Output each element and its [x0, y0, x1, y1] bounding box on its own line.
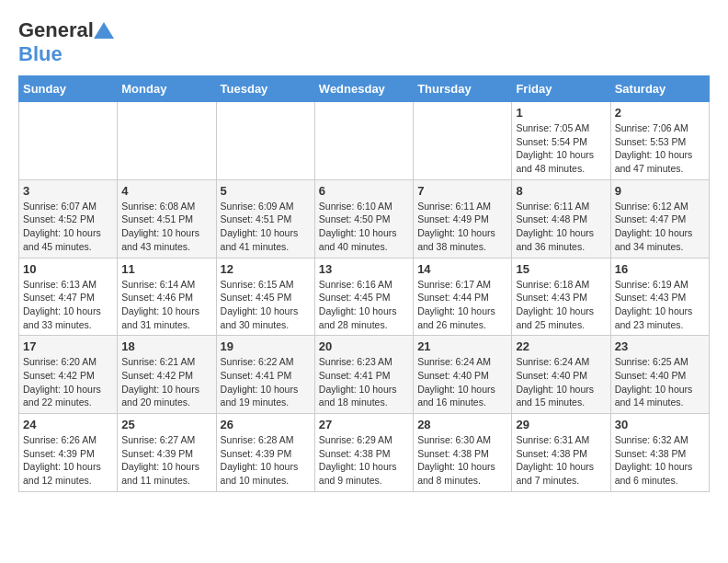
calendar-day: 2Sunrise: 7:06 AM Sunset: 5:53 PM Daylig…	[610, 102, 709, 180]
calendar-week-5: 24Sunrise: 6:26 AM Sunset: 4:39 PM Dayli…	[19, 414, 710, 492]
weekday-header-thursday: Thursday	[414, 76, 512, 102]
day-number: 21	[417, 339, 507, 353]
day-number: 11	[121, 262, 211, 276]
day-number: 13	[319, 262, 409, 276]
day-info: Sunrise: 6:07 AM Sunset: 4:52 PM Dayligh…	[23, 200, 113, 254]
day-info: Sunrise: 6:26 AM Sunset: 4:39 PM Dayligh…	[23, 433, 113, 488]
day-info: Sunrise: 6:12 AM Sunset: 4:47 PM Dayligh…	[615, 200, 705, 254]
weekday-header-monday: Monday	[118, 76, 216, 102]
day-info: Sunrise: 6:10 AM Sunset: 4:50 PM Dayligh…	[319, 200, 409, 254]
day-number: 24	[23, 418, 113, 431]
logo-general: General	[18, 18, 94, 42]
calendar-day: 23Sunrise: 6:25 AM Sunset: 4:40 PM Dayli…	[610, 336, 709, 414]
day-number: 29	[516, 418, 606, 431]
day-number: 26	[221, 418, 311, 431]
day-info: Sunrise: 6:18 AM Sunset: 4:43 PM Dayligh…	[516, 278, 606, 332]
calendar-day	[314, 102, 413, 180]
calendar-day: 13Sunrise: 6:16 AM Sunset: 4:45 PM Dayli…	[314, 258, 413, 336]
day-info: Sunrise: 6:08 AM Sunset: 4:51 PM Dayligh…	[121, 200, 211, 254]
day-info: Sunrise: 6:14 AM Sunset: 4:46 PM Dayligh…	[121, 278, 211, 332]
day-number: 23	[615, 339, 705, 353]
logo: General Blue	[18, 18, 114, 66]
day-info: Sunrise: 6:19 AM Sunset: 4:43 PM Dayligh…	[615, 278, 705, 332]
day-info: Sunrise: 6:11 AM Sunset: 4:49 PM Dayligh…	[417, 200, 507, 254]
weekday-header-sunday: Sunday	[19, 76, 118, 102]
weekday-header-saturday: Saturday	[610, 76, 709, 102]
calendar-day: 16Sunrise: 6:19 AM Sunset: 4:43 PM Dayli…	[610, 258, 709, 336]
day-info: Sunrise: 6:24 AM Sunset: 4:40 PM Dayligh…	[516, 355, 606, 409]
day-number: 16	[615, 262, 705, 276]
calendar-day	[19, 102, 118, 180]
day-number: 27	[319, 418, 409, 431]
day-number: 19	[221, 339, 311, 353]
day-number: 6	[319, 184, 409, 198]
calendar-day: 8Sunrise: 6:11 AM Sunset: 4:48 PM Daylig…	[512, 179, 610, 258]
calendar-day: 28Sunrise: 6:30 AM Sunset: 4:38 PM Dayli…	[414, 414, 512, 492]
day-number: 9	[615, 184, 705, 198]
calendar-day: 12Sunrise: 6:15 AM Sunset: 4:45 PM Dayli…	[216, 258, 314, 336]
day-number: 18	[121, 339, 211, 353]
day-number: 22	[516, 339, 606, 353]
calendar-week-2: 3Sunrise: 6:07 AM Sunset: 4:52 PM Daylig…	[19, 179, 710, 258]
calendar-day	[216, 102, 314, 180]
day-number: 20	[319, 339, 409, 353]
day-info: Sunrise: 6:22 AM Sunset: 4:41 PM Dayligh…	[221, 355, 311, 409]
calendar-week-4: 17Sunrise: 6:20 AM Sunset: 4:42 PM Dayli…	[19, 336, 710, 414]
calendar-day: 3Sunrise: 6:07 AM Sunset: 4:52 PM Daylig…	[19, 179, 118, 258]
day-number: 2	[615, 106, 705, 120]
day-number: 4	[121, 184, 211, 198]
calendar-day: 1Sunrise: 7:05 AM Sunset: 5:54 PM Daylig…	[512, 102, 610, 180]
weekday-header-tuesday: Tuesday	[216, 76, 314, 102]
day-info: Sunrise: 6:32 AM Sunset: 4:38 PM Dayligh…	[615, 433, 705, 488]
calendar-day: 6Sunrise: 6:10 AM Sunset: 4:50 PM Daylig…	[314, 179, 413, 258]
calendar-day: 29Sunrise: 6:31 AM Sunset: 4:38 PM Dayli…	[512, 414, 610, 492]
day-info: Sunrise: 7:05 AM Sunset: 5:54 PM Dayligh…	[516, 121, 606, 176]
day-info: Sunrise: 6:20 AM Sunset: 4:42 PM Dayligh…	[23, 355, 113, 409]
calendar-week-1: 1Sunrise: 7:05 AM Sunset: 5:54 PM Daylig…	[19, 102, 710, 180]
day-info: Sunrise: 6:13 AM Sunset: 4:47 PM Dayligh…	[23, 278, 113, 332]
calendar-day: 24Sunrise: 6:26 AM Sunset: 4:39 PM Dayli…	[19, 414, 118, 492]
calendar-day: 17Sunrise: 6:20 AM Sunset: 4:42 PM Dayli…	[19, 336, 118, 414]
day-info: Sunrise: 6:31 AM Sunset: 4:38 PM Dayligh…	[516, 433, 606, 488]
weekday-row: SundayMondayTuesdayWednesdayThursdayFrid…	[19, 76, 710, 102]
day-number: 3	[23, 184, 113, 198]
logo-icon	[94, 22, 114, 39]
calendar-day: 19Sunrise: 6:22 AM Sunset: 4:41 PM Dayli…	[216, 336, 314, 414]
day-number: 8	[516, 184, 606, 198]
day-number: 25	[121, 418, 211, 431]
calendar-day: 10Sunrise: 6:13 AM Sunset: 4:47 PM Dayli…	[19, 258, 118, 336]
calendar-day	[118, 102, 216, 180]
day-info: Sunrise: 6:09 AM Sunset: 4:51 PM Dayligh…	[221, 200, 311, 254]
day-number: 10	[23, 262, 113, 276]
day-info: Sunrise: 6:17 AM Sunset: 4:44 PM Dayligh…	[417, 278, 507, 332]
day-info: Sunrise: 6:24 AM Sunset: 4:40 PM Dayligh…	[417, 355, 507, 409]
day-info: Sunrise: 6:28 AM Sunset: 4:39 PM Dayligh…	[221, 433, 311, 488]
calendar-day: 22Sunrise: 6:24 AM Sunset: 4:40 PM Dayli…	[512, 336, 610, 414]
calendar-day: 27Sunrise: 6:29 AM Sunset: 4:38 PM Dayli…	[314, 414, 413, 492]
calendar-day	[414, 102, 512, 180]
day-number: 17	[23, 339, 113, 353]
day-info: Sunrise: 6:27 AM Sunset: 4:39 PM Dayligh…	[121, 433, 211, 488]
calendar-day: 30Sunrise: 6:32 AM Sunset: 4:38 PM Dayli…	[610, 414, 709, 492]
day-number: 12	[221, 262, 311, 276]
day-number: 1	[516, 106, 606, 120]
day-info: Sunrise: 6:21 AM Sunset: 4:42 PM Dayligh…	[121, 355, 211, 409]
day-number: 15	[516, 262, 606, 276]
page-header: General Blue	[18, 18, 710, 66]
day-number: 28	[417, 418, 507, 431]
calendar-day: 14Sunrise: 6:17 AM Sunset: 4:44 PM Dayli…	[414, 258, 512, 336]
calendar-day: 11Sunrise: 6:14 AM Sunset: 4:46 PM Dayli…	[118, 258, 216, 336]
calendar-day: 25Sunrise: 6:27 AM Sunset: 4:39 PM Dayli…	[118, 414, 216, 492]
calendar-day: 9Sunrise: 6:12 AM Sunset: 4:47 PM Daylig…	[610, 179, 709, 258]
day-number: 7	[417, 184, 507, 198]
weekday-header-friday: Friday	[512, 76, 610, 102]
day-number: 30	[615, 418, 705, 431]
calendar-day: 18Sunrise: 6:21 AM Sunset: 4:42 PM Dayli…	[118, 336, 216, 414]
day-info: Sunrise: 6:23 AM Sunset: 4:41 PM Dayligh…	[319, 355, 409, 409]
day-info: Sunrise: 7:06 AM Sunset: 5:53 PM Dayligh…	[615, 121, 705, 176]
calendar-day: 4Sunrise: 6:08 AM Sunset: 4:51 PM Daylig…	[118, 179, 216, 258]
calendar-table: SundayMondayTuesdayWednesdayThursdayFrid…	[18, 75, 710, 492]
day-number: 5	[221, 184, 311, 198]
day-info: Sunrise: 6:16 AM Sunset: 4:45 PM Dayligh…	[319, 278, 409, 332]
day-info: Sunrise: 6:11 AM Sunset: 4:48 PM Dayligh…	[516, 200, 606, 254]
